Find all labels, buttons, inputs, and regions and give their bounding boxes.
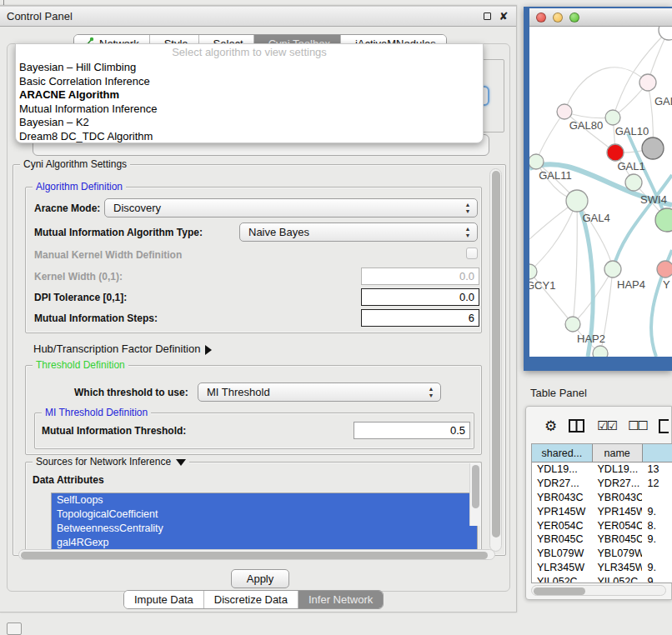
cell-value: 9. bbox=[642, 562, 672, 573]
which-threshold-combo[interactable]: MI Threshold ▲▼ bbox=[198, 382, 441, 402]
algorithm-option[interactable]: Dream8 DC_TDC Algorithm bbox=[16, 130, 483, 144]
which-threshold-value: MI Threshold bbox=[207, 386, 270, 398]
cell-name: YDL19... bbox=[593, 463, 643, 475]
bottom-tab-bar: Impute Data Discretize Data Infer Networ… bbox=[123, 590, 384, 609]
network-node-SWI4[interactable] bbox=[625, 174, 642, 191]
close-button[interactable]: ✘ bbox=[498, 11, 509, 22]
zoom-traffic-icon[interactable] bbox=[569, 12, 579, 22]
aracne-mode-combo[interactable]: Discovery ▲▼ bbox=[104, 198, 478, 218]
settings-vscroll-thumb[interactable] bbox=[492, 171, 500, 538]
cell-shared-name: YIL052C bbox=[532, 576, 593, 583]
new-table-icon[interactable] bbox=[659, 419, 669, 433]
network-node-HAP2[interactable] bbox=[565, 317, 580, 332]
apply-button[interactable]: Apply bbox=[231, 569, 289, 588]
table-hscroll-thumb[interactable] bbox=[534, 588, 585, 595]
table-row[interactable]: YPR145W YPR145W 9. bbox=[532, 504, 672, 518]
deselect-all-checks-icon[interactable]: ☐☐ bbox=[628, 418, 647, 433]
network-node-GAL1[interactable] bbox=[607, 144, 624, 161]
close-traffic-icon[interactable] bbox=[536, 12, 546, 22]
algorithm-option[interactable]: Mutual Information Inference bbox=[16, 102, 483, 117]
attr-scroll-thumb[interactable] bbox=[472, 465, 479, 508]
table-row[interactable]: YIL052C YIL052C 9. bbox=[532, 574, 672, 583]
network-node-GAL10[interactable] bbox=[605, 110, 620, 125]
attribute-list-item[interactable]: TopologicalCoefficient bbox=[52, 508, 477, 522]
network-view-window: GALGAL80GAL10GAL1GAL11SWI4GAL4GCY1HAP4YH… bbox=[524, 7, 672, 371]
node-label-GAL1: GAL1 bbox=[617, 160, 644, 172]
table-row[interactable]: YDL19... YDL19... 13 bbox=[532, 462, 672, 477]
bottom-tab[interactable]: Infer Network bbox=[298, 591, 383, 608]
network-window-titlebar[interactable] bbox=[529, 8, 672, 27]
float-button[interactable] bbox=[481, 11, 493, 22]
cell-name: YBR045C bbox=[593, 533, 643, 545]
columns-icon[interactable] bbox=[569, 419, 585, 433]
hub-section-toggle[interactable]: Hub/Transcription Factor Definition bbox=[33, 342, 212, 355]
expanded-arrow-icon bbox=[176, 459, 186, 466]
mi-steps-label: Mutual Information Steps: bbox=[34, 312, 158, 324]
network-node-GCY1[interactable] bbox=[529, 264, 537, 279]
network-node-salmon[interactable] bbox=[657, 261, 672, 278]
network-node-big-green[interactable] bbox=[655, 208, 672, 232]
data-attributes-list[interactable]: SelfLoopsTopologicalCoefficientBetweenne… bbox=[51, 492, 478, 557]
settings-hscroll-thumb[interactable] bbox=[21, 552, 488, 559]
kernel-width-input[interactable]: 0.0 bbox=[361, 268, 479, 285]
dpi-tolerance-input[interactable]: 0.0 bbox=[361, 288, 479, 306]
algorithm-option[interactable]: Basic Correlation Inference bbox=[16, 75, 483, 89]
algorithm-option[interactable]: Bayesian – Hill Climbing bbox=[16, 61, 483, 75]
cell-value: 12 bbox=[642, 478, 672, 489]
minimize-traffic-icon[interactable] bbox=[553, 12, 563, 22]
attribute-list-item[interactable]: SelfLoops bbox=[52, 493, 477, 508]
node-label-GCY1: GCY1 bbox=[529, 279, 555, 292]
table-row[interactable]: YBR043C YBR043C bbox=[532, 491, 672, 505]
algorithm-option[interactable]: ARACNE Algorithm bbox=[16, 88, 483, 102]
sources-toggle[interactable]: Sources for Network Inference bbox=[33, 456, 189, 468]
table-row[interactable]: YLR345W YLR345W 9. bbox=[532, 561, 672, 575]
cell-name: YDR27... bbox=[593, 478, 643, 489]
settings-vertical-scrollbar[interactable] bbox=[489, 168, 502, 552]
table-body: YDL19... YDL19... 13 YDR27... YDR27... 1… bbox=[532, 462, 672, 583]
table-row[interactable]: YER054C YER054C 8. bbox=[532, 518, 672, 532]
dpi-tolerance-label: DPI Tolerance [0,1]: bbox=[34, 292, 127, 303]
mi-type-combo[interactable]: Naive Bayes ▲▼ bbox=[239, 222, 478, 242]
network-node-HAP4[interactable] bbox=[604, 261, 621, 278]
attribute-list-item[interactable]: BetweennessCentrality bbox=[52, 522, 477, 536]
table-column-header[interactable]: shared... bbox=[532, 444, 593, 462]
table-column-header[interactable]: name bbox=[593, 444, 643, 462]
node-label-SWI4: SWI4 bbox=[640, 193, 667, 206]
mi-threshold-definition-title: MI Threshold Definition bbox=[42, 407, 151, 418]
cell-value: 9. bbox=[642, 506, 672, 518]
collapsed-panel-icon[interactable] bbox=[7, 622, 22, 635]
manual-kernel-checkbox[interactable] bbox=[466, 248, 478, 259]
network-node-gray-node[interactable] bbox=[642, 138, 664, 159]
bottom-tab[interactable]: Impute Data bbox=[124, 591, 204, 608]
table-row[interactable]: YBL079W YBL079W bbox=[532, 547, 672, 561]
node-label-GAL80: GAL80 bbox=[569, 119, 603, 132]
table-panel-toolbar: ⚙ ☑☑ ☐☐ bbox=[533, 413, 672, 438]
table-horizontal-scrollbar[interactable] bbox=[531, 585, 666, 596]
hub-section-label: Hub/Transcription Factor Definition bbox=[33, 342, 200, 355]
bottom-tab[interactable]: Discretize Data bbox=[204, 591, 298, 608]
attr-list-scrollbar[interactable] bbox=[469, 463, 480, 526]
attribute-list-item[interactable]: gal4RGexp bbox=[52, 536, 477, 550]
network-node-GAL4[interactable] bbox=[566, 190, 588, 212]
mi-threshold-input[interactable]: 0.5 bbox=[354, 422, 470, 439]
mi-steps-input[interactable]: 6 bbox=[361, 309, 479, 327]
aracne-mode-value: Discovery bbox=[113, 202, 161, 214]
network-canvas[interactable]: GALGAL80GAL10GAL1GAL11SWI4GAL4GCY1HAP4YH… bbox=[529, 27, 672, 357]
table-column-header[interactable] bbox=[643, 444, 672, 462]
algorithm-list: Bayesian – Hill ClimbingBasic Correlatio… bbox=[16, 61, 483, 143]
settings-horizontal-scrollbar[interactable] bbox=[18, 549, 495, 560]
network-node-GAL11[interactable] bbox=[529, 154, 544, 169]
network-node-pink-top[interactable] bbox=[639, 74, 656, 91]
node-label-pink-top: GAL bbox=[654, 95, 672, 108]
gear-icon[interactable]: ⚙ bbox=[544, 418, 557, 435]
cell-value: 13 bbox=[642, 463, 672, 475]
network-node-GAL80[interactable] bbox=[557, 104, 572, 119]
network-node-partial-bottom[interactable] bbox=[593, 346, 608, 357]
select-all-checks-icon[interactable]: ☑☑ bbox=[597, 418, 616, 433]
table-row[interactable]: YDR27... YDR27... 12 bbox=[532, 477, 672, 491]
table-row[interactable]: YBR045C YBR045C 9. bbox=[532, 532, 672, 547]
cell-value: 9. bbox=[642, 533, 672, 545]
mi-steps-value: 6 bbox=[469, 312, 474, 324]
algorithm-option[interactable]: Bayesian – K2 bbox=[16, 116, 483, 130]
combo-arrows-icon: ▲▼ bbox=[464, 227, 471, 238]
